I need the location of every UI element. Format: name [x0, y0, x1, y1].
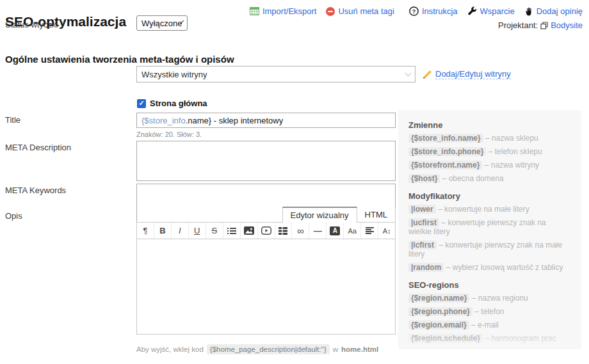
bg-color-button[interactable]: A — [327, 223, 344, 239]
region-variable-desc: – e-mail — [471, 320, 499, 329]
italic-icon: I — [179, 226, 181, 235]
strikethrough-icon: S — [211, 226, 217, 235]
table-icon — [278, 227, 287, 235]
seo-regions-section-heading: SEO-regions — [408, 280, 571, 290]
region-variable-code[interactable]: {$region.name} — [408, 294, 469, 303]
hint-middle: w — [333, 345, 338, 353]
modifier-code[interactable]: |ucfirst — [408, 218, 439, 227]
variables-section-heading: Zmienne — [408, 120, 571, 130]
region-variable-desc: – telefon — [474, 307, 504, 316]
list-item: {$host} – obecna domena — [408, 174, 571, 183]
title-counter: Znaków: 20. Słów: 3. — [136, 131, 202, 138]
region-variable-desc: – harmonogram prac — [485, 334, 556, 343]
status-label: Status wtyczki — [5, 20, 58, 29]
pencil-icon — [423, 70, 432, 79]
meta-description-label: META Description — [5, 143, 71, 152]
link-icon: ∞ — [297, 225, 304, 236]
tab-html[interactable]: HTML — [357, 207, 396, 223]
strikethrough-button[interactable]: S — [206, 223, 223, 239]
status-select[interactable]: Wyłączone — [136, 15, 188, 31]
site-select[interactable]: Wszystkie witryny — [136, 66, 416, 83]
paragraph-icon: ¶ — [143, 226, 147, 235]
remove-meta-tags-link[interactable]: Usuń meta tagi — [326, 6, 394, 16]
meta-keywords-label: META Keywords — [5, 186, 66, 195]
homepage-row: ✓ Strona główna — [137, 99, 207, 108]
title-input[interactable]: {$store_info.name} - sklep internetowy — [136, 113, 396, 128]
meta-description-textarea[interactable] — [136, 141, 396, 181]
variable-code[interactable]: {$host} — [408, 174, 440, 183]
list-item: |lcfirst – konwertuje pierwszy znak na m… — [408, 241, 571, 258]
variable-code[interactable]: {$storefront.name} — [408, 161, 482, 170]
import-export-label: Import/Eksport — [262, 6, 317, 16]
list-item: {$region.schedule} – harmonogram prac — [408, 334, 571, 343]
list-item: {$region.country} – kraj — [408, 347, 571, 349]
modifier-desc: – wybierz losową wartość z tablicy — [446, 263, 563, 272]
variable-desc: – telefon sklepu — [488, 147, 542, 156]
edit-sites-link[interactable]: Dodaj/Edytuj witryny — [435, 69, 511, 79]
region-variable-code[interactable]: {$region.phone} — [408, 307, 472, 316]
opis-editor-area[interactable] — [136, 239, 396, 335]
align-icon — [366, 227, 374, 234]
support-link[interactable]: Wsparcie — [467, 6, 515, 16]
video-button[interactable] — [258, 223, 275, 239]
minus-circle-icon — [326, 7, 335, 16]
region-variable-code[interactable]: {$region.email} — [408, 320, 469, 329]
check-icon: ✓ — [138, 99, 144, 107]
image-icon — [244, 226, 254, 235]
edit-sites: Dodaj/Edytuj witryny — [423, 69, 511, 79]
remove-meta-tags-label: Usuń meta tagi — [338, 6, 394, 16]
hand-icon — [524, 6, 533, 16]
editor-toolbar: ¶ B I U S ∞ — A Aa A↕ — [136, 222, 396, 239]
align-button[interactable] — [361, 223, 378, 239]
list-item: {$region.name} – nazwa regionu — [408, 294, 571, 303]
table-button[interactable] — [275, 223, 293, 239]
modifier-code[interactable]: |lcfirst — [408, 241, 437, 249]
home-html-hint: Aby wyjść, wklej kod {$home_page_descrip… — [136, 344, 378, 354]
line-height-icon: A↕ — [383, 227, 391, 235]
line-height-button[interactable]: A↕ — [378, 223, 395, 239]
underline-icon: U — [194, 226, 200, 235]
site-select-value: Wszystkie witryny — [141, 70, 207, 79]
italic-button[interactable]: I — [172, 223, 189, 239]
region-variable-code[interactable]: {$region.schedule} — [408, 334, 483, 343]
modifier-code[interactable]: |lower — [408, 205, 436, 214]
title-value-text: - sklep internetowy — [211, 116, 283, 125]
bg-color-icon: A — [330, 226, 340, 235]
import-export-link[interactable]: Import/Eksport — [250, 6, 317, 16]
external-window-icon — [540, 22, 548, 29]
list-icon — [227, 227, 236, 235]
modifier-code[interactable]: |random — [408, 263, 444, 272]
homepage-checkbox[interactable]: ✓ — [137, 99, 146, 108]
region-variable-desc: – nazwa regionu — [472, 294, 528, 303]
list-button[interactable] — [223, 223, 241, 239]
hint-code-chip: {$home_page_description|default:''} — [207, 344, 330, 354]
region-variable-code[interactable]: {$region.country} — [408, 347, 478, 349]
list-item: |lower – konwertuje na małe litery — [408, 205, 571, 214]
svg-text:?: ? — [412, 8, 416, 15]
instruction-link[interactable]: ? Instrukcja — [409, 6, 458, 16]
designer-link[interactable]: Bodysite — [551, 20, 583, 30]
variable-code[interactable]: {$store_info.phone} — [408, 147, 486, 156]
list-item: |random – wybierz losową wartość z tabli… — [408, 263, 571, 272]
paragraph-button[interactable]: ¶ — [137, 223, 154, 239]
horizontal-rule-icon: — — [314, 226, 322, 235]
tab-visual-editor[interactable]: Edytor wizualny — [282, 207, 357, 223]
image-button[interactable] — [241, 223, 258, 239]
variable-desc: – nazwa witryny — [485, 161, 539, 170]
hr-button[interactable]: — — [309, 223, 327, 239]
variable-code[interactable]: {$store_info.name} — [408, 134, 483, 143]
video-icon — [261, 226, 271, 235]
bold-button[interactable]: B — [154, 223, 172, 239]
feedback-link[interactable]: Dodaj opinię — [524, 6, 583, 16]
title-value-variable: {$store_info — [141, 116, 186, 125]
variables-panel: Zmienne {$store_info.name} – nazwa sklep… — [398, 110, 581, 349]
font-button[interactable]: Aa — [344, 223, 361, 239]
list-item: {$storefront.name} – nazwa witryny — [408, 161, 571, 170]
list-item: {$store_info.phone} – telefon sklepu — [408, 147, 571, 156]
link-button[interactable]: ∞ — [292, 223, 309, 239]
designer-label: Projektant: — [498, 20, 538, 30]
underline-button[interactable]: U — [189, 223, 206, 239]
modifiers-section-heading: Modyfikatory — [408, 191, 571, 201]
hint-file-name: home.html — [341, 345, 378, 353]
wrench-icon — [467, 6, 477, 16]
